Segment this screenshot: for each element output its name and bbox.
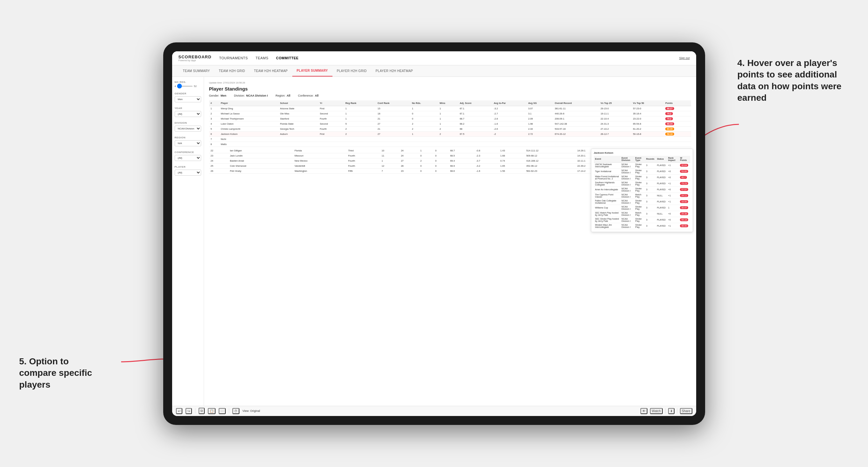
points-badge[interactable]: 70.2 [665,117,673,120]
filter-conference-value: All [315,94,319,97]
annotation-right-text: 4. Hover over a player's points to see a… [737,58,841,103]
logo-text: SCOREBOARD [179,55,212,59]
toolbar-redo[interactable]: ↪ [186,408,192,414]
toolbar-undo[interactable]: ↩ [176,408,182,414]
nav-tournaments[interactable]: TOURNAMENTS [219,55,248,61]
sidebar-player: Player (All) [175,165,201,176]
col-wins: Wins [438,100,458,106]
popup-row: The Cypress Point ClassicNCAA Division I… [594,192,690,198]
points-badge[interactable]: 88.27 [665,107,674,110]
col-reg-rank: Reg Rank [344,100,376,106]
toolbar-sep-3 [665,408,665,413]
col-player: Player [219,100,279,106]
nav-committee[interactable]: COMMITTEE [276,55,299,61]
popup-row: Wake Forest Invitational at Pinehurst No… [594,175,690,180]
subnav-team-h2h-grid[interactable]: TEAM H2H GRID [215,65,250,76]
sidebar-range[interactable]: 4 52 [175,85,201,88]
popup-col-type: Event Type [634,156,645,162]
popup-col-event: Event [594,156,620,162]
toolbar-view[interactable]: View: Original [243,409,260,412]
section-title: Player Standings [209,86,691,92]
subnav-team-h2h-heatmap[interactable]: TEAM H2H HEATMAP [250,65,292,76]
popup-col-rank-impact: Rank Impact [667,156,679,162]
sidebar-year-label: Year [175,107,201,110]
table-row: 5Christo LamprechtGeorgia TechFourth2212… [209,126,691,131]
filter-division: Division: NCAA Division I [234,94,268,97]
popup-row: SEC Stroke Play hosted by Jerry PateNCAA… [594,217,690,223]
sidebar-no-rds: No Rds. 4 52 [175,81,201,88]
points-badge[interactable]: 60.49 [665,127,674,130]
toolbar-paste[interactable]: 📋 [208,408,216,414]
col-points: Points [664,100,691,106]
toolbar-clock[interactable]: ⏱ [232,408,239,414]
subnav-team-summary[interactable]: TEAM SUMMARY [179,65,215,76]
filter-conference-label: Conference: [298,94,314,97]
sidebar-range-max: 52 [194,85,197,88]
col-vs-top25: Vs Top 25 [599,100,631,106]
col-rank: # [209,100,219,106]
col-vs-top50: Vs Top 50 [631,100,664,106]
sidebar-player-label: Player [175,165,201,168]
sidebar-gender-select[interactable]: Men Women [175,96,201,102]
col-avg-to-par: Avg to-Par [492,100,527,106]
filter-division-label: Division: [234,94,245,97]
sidebar-gender: Gender Men Women [175,92,201,102]
points-badge[interactable]: 58.18 [665,133,674,135]
table-row: 2Michael La SassoOle MissSecond1180167.1… [209,111,691,116]
popup-row: Amer An IntercollegiateNCAA Division ISt… [594,186,690,192]
tablet-screen: SCOREBOARD Powered by clippi TOURNAMENTS… [172,51,696,416]
nav-right: Sign out [679,56,689,60]
popup-col-division: Event Division [620,156,634,162]
top-nav: SCOREBOARD Powered by clippi TOURNAMENTS… [172,51,696,65]
toolbar-share[interactable]: Share [680,408,692,414]
sidebar-division-select[interactable]: NCAA Division I [175,126,201,132]
sidebar-year-select[interactable]: (All) [175,111,201,117]
filter-division-value: NCAA Division I [246,94,268,97]
filter-region-label: Region: [275,94,285,97]
sidebar-region: Region N/A [175,136,201,146]
col-yr: Yr [318,100,344,106]
col-adj-score: Adj. Score [458,100,492,106]
toolbar-more[interactable]: ⋯ [219,408,226,414]
sidebar-player-select[interactable]: (All) [175,169,201,176]
toolbar-watch[interactable]: Watch [650,408,663,414]
sidebar-conference-label: Conference [175,151,201,154]
sidebar-range-min: 4 [175,85,176,88]
annotation-left: 5. Option to compare specific players [19,356,108,391]
sidebar-conference-select[interactable]: (All) [175,155,201,161]
view-label: View: Original [243,409,260,412]
popup-row: Williams CupNCAA Division IStroke Play3P… [594,205,690,211]
logo-area: SCOREBOARD Powered by clippi [179,55,212,62]
player-standings-table: # Player School Yr Reg Rank Conf Rank No… [209,100,691,147]
filter-gender-label: Gender: [209,94,220,97]
points-badge[interactable]: 79.2 [665,112,673,115]
filter-region-value: All [286,94,290,97]
nav-teams[interactable]: TEAMS [256,55,269,61]
update-time: Update time: 27/01/2024 16:56:26 [209,81,691,84]
main-content: No Rds. 4 52 Gender Men Women Year [172,77,696,406]
popup-row: UNCW Seahawk IntercollegiateNCAA Divisio… [594,162,690,168]
popup-row: Fallen Oak Collegiate InvitationalNCAA D… [594,198,690,205]
toolbar-copy[interactable]: ⧉ [198,408,205,414]
sidebar-conference: Conference (All) [175,151,201,161]
sidebar-region-select[interactable]: N/A [175,140,201,146]
toolbar-right: 👁 Watch ⬇ Share [641,408,692,414]
subnav-player-h2h-heatmap[interactable]: PLAYER H2H HEATMAP [371,65,417,76]
filter-conference: Conference: All [298,94,319,97]
table-row: 6Jackson KolsonAuburnFirst2271267.5-22.7… [209,131,691,136]
annotation-right: 4. Hover over a player's points to see a… [737,57,849,104]
subnav-player-h2h-grid[interactable]: PLAYER H2H GRID [333,65,371,76]
sign-out-link[interactable]: Sign out [679,56,689,60]
sidebar: No Rds. 4 52 Gender Men Women Year [172,77,204,406]
subnav-player-summary[interactable]: PLAYER SUMMARY [292,65,333,76]
sidebar-year: Year (All) [175,107,201,117]
points-badge[interactable]: 68.34 [665,122,674,125]
logo-sub: Powered by clippi [179,59,212,62]
sidebar-range-input[interactable] [177,86,193,87]
toolbar-eye[interactable]: 👁 [641,408,647,414]
toolbar-sep-1 [195,408,195,413]
table-row: 7Nichi [209,136,691,142]
filters-row: Gender: Men Division: NCAA Division I Re… [209,94,691,97]
table-row: 1Wenyi DingArizona StateFirst1151167.1-3… [209,106,691,111]
toolbar-download[interactable]: ⬇ [668,408,675,414]
